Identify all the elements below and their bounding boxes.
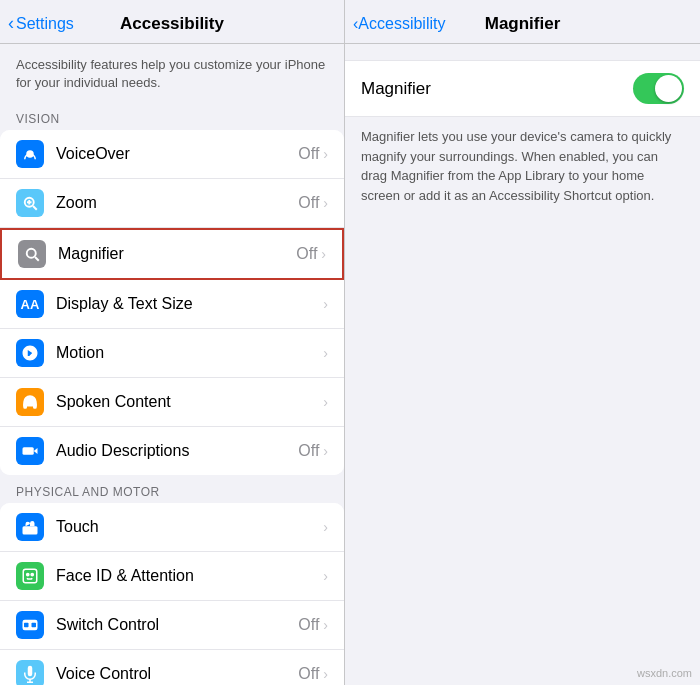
voice-control-chevron: › xyxy=(323,666,328,682)
voiceover-icon xyxy=(16,140,44,168)
physical-list: Touch › Face ID & Attention › Switch Con… xyxy=(0,503,344,685)
magnifier-label: Magnifier xyxy=(58,245,296,263)
touch-icon xyxy=(16,513,44,541)
spoken-content-chevron: › xyxy=(323,394,328,410)
svg-point-11 xyxy=(31,574,33,576)
motion-label: Motion xyxy=(56,344,323,362)
toggle-knob xyxy=(655,75,682,102)
left-scroll: Accessibility features help you customiz… xyxy=(0,44,344,685)
display-text-icon: AA xyxy=(16,290,44,318)
switch-control-icon xyxy=(16,611,44,639)
spoken-content-item[interactable]: Spoken Content › xyxy=(0,378,344,427)
watermark: wsxdn.com xyxy=(637,667,692,679)
audio-desc-value: Off xyxy=(298,442,319,460)
audio-desc-item[interactable]: Audio Descriptions Off › xyxy=(0,427,344,475)
voice-control-icon xyxy=(16,660,44,685)
display-text-item[interactable]: AA Display & Text Size › xyxy=(0,280,344,329)
voice-control-item[interactable]: Voice Control Off › xyxy=(0,650,344,685)
svg-rect-13 xyxy=(24,623,29,628)
magnifier-toggle-row: Magnifier xyxy=(345,60,700,117)
left-title: Accessibility xyxy=(120,14,224,34)
switch-control-chevron: › xyxy=(323,617,328,633)
faceid-label: Face ID & Attention xyxy=(56,567,323,585)
motion-chevron: › xyxy=(323,345,328,361)
back-to-settings[interactable]: ‹ Settings xyxy=(8,13,74,34)
magnifier-toggle-label: Magnifier xyxy=(361,79,431,99)
svg-rect-8 xyxy=(23,527,38,535)
magnifier-chevron: › xyxy=(321,246,326,262)
voice-control-label: Voice Control xyxy=(56,665,298,683)
voiceover-value: Off xyxy=(298,145,319,163)
right-panel: ‹ Accessibility Magnifier Magnifier Magn… xyxy=(345,0,700,685)
right-content: Magnifier Magnifier lets you use your de… xyxy=(345,44,700,231)
touch-chevron: › xyxy=(323,519,328,535)
display-text-label: Display & Text Size xyxy=(56,295,323,313)
audio-desc-icon xyxy=(16,437,44,465)
physical-section: PHYSICAL AND MOTOR Touch › Face ID & Att… xyxy=(0,479,344,685)
back-chevron: ‹ xyxy=(8,13,14,34)
switch-control-label: Switch Control xyxy=(56,616,298,634)
switch-control-item[interactable]: Switch Control Off › xyxy=(0,601,344,650)
intro-text: Accessibility features help you customiz… xyxy=(0,44,344,102)
vision-section: VISION VoiceOver Off › Zoom Off › xyxy=(0,106,344,475)
voiceover-label: VoiceOver xyxy=(56,145,298,163)
vision-label: VISION xyxy=(0,106,344,130)
zoom-icon xyxy=(16,189,44,217)
left-panel: ‹ Settings Accessibility Accessibility f… xyxy=(0,0,345,685)
svg-rect-7 xyxy=(23,448,34,456)
faceid-icon xyxy=(16,562,44,590)
magnifier-toggle-switch[interactable] xyxy=(633,73,684,104)
touch-label: Touch xyxy=(56,518,323,536)
left-nav-bar: ‹ Settings Accessibility xyxy=(0,0,344,44)
svg-line-6 xyxy=(35,257,39,261)
svg-rect-14 xyxy=(32,623,37,628)
voiceover-chevron: › xyxy=(323,146,328,162)
voice-control-value: Off xyxy=(298,665,319,683)
motion-item[interactable]: Motion › xyxy=(0,329,344,378)
right-back-label: Accessibility xyxy=(358,15,445,33)
faceid-item[interactable]: Face ID & Attention › xyxy=(0,552,344,601)
right-title: Magnifier xyxy=(485,14,561,34)
zoom-value: Off xyxy=(298,194,319,212)
svg-point-5 xyxy=(27,249,36,258)
magnifier-item[interactable]: Magnifier Off › xyxy=(0,228,344,280)
display-text-chevron: › xyxy=(323,296,328,312)
spoken-content-label: Spoken Content xyxy=(56,393,323,411)
svg-point-10 xyxy=(27,574,29,576)
magnifier-description: Magnifier lets you use your device's cam… xyxy=(345,117,700,215)
voiceover-item[interactable]: VoiceOver Off › xyxy=(0,130,344,179)
motion-icon xyxy=(16,339,44,367)
magnifier-icon xyxy=(18,240,46,268)
back-to-accessibility[interactable]: ‹ Accessibility xyxy=(353,15,445,33)
spoken-icon xyxy=(16,388,44,416)
svg-rect-9 xyxy=(23,570,37,584)
svg-line-2 xyxy=(33,206,37,210)
back-label: Settings xyxy=(16,15,74,33)
audio-desc-label: Audio Descriptions xyxy=(56,442,298,460)
switch-control-value: Off xyxy=(298,616,319,634)
physical-label: PHYSICAL AND MOTOR xyxy=(0,479,344,503)
right-nav-bar: ‹ Accessibility Magnifier xyxy=(345,0,700,44)
zoom-label: Zoom xyxy=(56,194,298,212)
zoom-chevron: › xyxy=(323,195,328,211)
zoom-item[interactable]: Zoom Off › xyxy=(0,179,344,228)
audio-desc-chevron: › xyxy=(323,443,328,459)
magnifier-value: Off xyxy=(296,245,317,263)
faceid-chevron: › xyxy=(323,568,328,584)
touch-item[interactable]: Touch › xyxy=(0,503,344,552)
vision-list: VoiceOver Off › Zoom Off › Magni xyxy=(0,130,344,475)
